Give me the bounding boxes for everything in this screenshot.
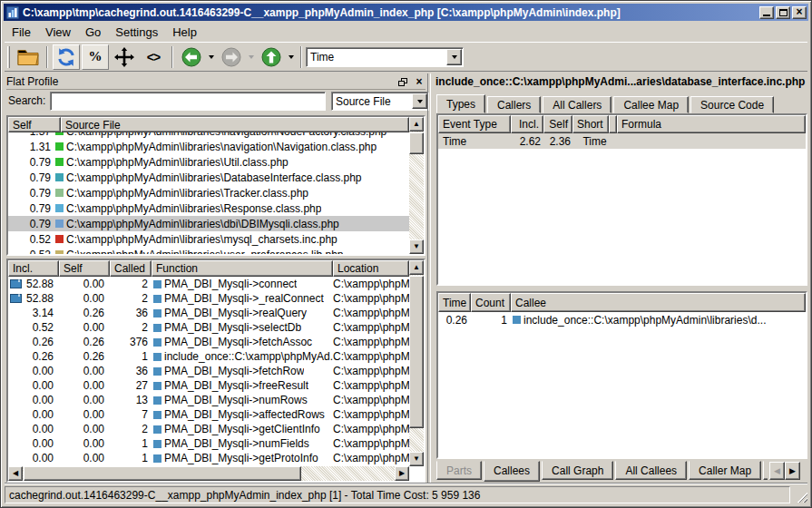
forward-dropdown-arrow[interactable] — [246, 44, 257, 70]
scrollbar-thumb[interactable] — [409, 276, 424, 428]
function-row[interactable]: 3.140.2636PMA_DBI_Mysqli->realQueryC:\xa… — [8, 306, 409, 320]
callee-row[interactable]: 0.26 1 include_once::C:\xampp\phpMyAdmin… — [438, 312, 806, 327]
menu-view[interactable]: View — [38, 23, 78, 42]
up-button[interactable] — [258, 44, 285, 70]
menu-settings[interactable]: Settings — [108, 23, 165, 42]
source-file-row[interactable]: 1.31C:\xampp\phpMyAdmin\libraries\naviga… — [8, 139, 409, 154]
column-header-self[interactable]: Self — [543, 115, 572, 133]
function-row[interactable]: 0.000.0027PMA_DBI_Mysqli->freeResultC:\x… — [8, 378, 409, 393]
panel-splitter[interactable] — [427, 73, 431, 484]
function-row[interactable]: 0.000.001PMA_DBI_Mysqli->numFieldsC:\xam… — [8, 436, 409, 451]
maximize-button[interactable] — [776, 6, 790, 19]
function-row[interactable]: 0.260.261include_once::C:\xampp\phpMyAd.… — [8, 349, 409, 364]
function-table-vscrollbar[interactable]: ▲ ▼ — [409, 260, 424, 466]
function-row[interactable]: 52.880.002PMA_DBI_Mysqli->connectC:\xamp… — [8, 277, 409, 291]
source-file-row[interactable]: 0.79C:\xampp\phpMyAdmin\libraries\Respon… — [8, 200, 409, 216]
column-header-incl[interactable]: Incl. — [511, 115, 543, 133]
column-header-self[interactable]: Self — [59, 260, 110, 277]
column-header-callee[interactable]: Callee — [511, 293, 806, 312]
close-button[interactable]: × — [792, 6, 807, 19]
open-file-button[interactable] — [15, 44, 42, 70]
tab-callers[interactable]: Callers — [487, 96, 541, 113]
resize-grip[interactable] — [795, 490, 807, 503]
source-file-row[interactable]: 0.79C:\xampp\phpMyAdmin\libraries\Databa… — [8, 170, 409, 185]
source-file-row[interactable]: 0.52C:\xampp\phpMyAdmin\libraries\mysql_… — [8, 231, 409, 247]
shorten-templates-button[interactable]: <> — [140, 44, 167, 70]
dock-float-button[interactable] — [396, 76, 409, 88]
source-file-row[interactable]: 0.52C:\xampp\phpMyAdmin\libraries\user_p… — [8, 247, 409, 254]
tab-types[interactable]: Types — [436, 94, 485, 113]
minimize-button[interactable] — [759, 6, 774, 19]
reload-button[interactable] — [53, 44, 80, 70]
function-row[interactable]: 0.000.007PMA_DBI_Mysqli->affectedRowsC:\… — [8, 407, 409, 422]
tab-scroll-left-button[interactable]: ◀ — [769, 462, 785, 480]
function-row[interactable]: 0.000.0013PMA_DBI_Mysqli->numRowsC:\xamp… — [8, 393, 409, 407]
scrollbar-thumb[interactable] — [24, 466, 301, 481]
function-table-hscrollbar[interactable]: ◀ ▶ — [8, 466, 409, 481]
forward-button[interactable] — [218, 44, 245, 70]
scroll-down-button[interactable]: ▼ — [409, 452, 424, 466]
function-row[interactable]: 0.520.002PMA_DBI_Mysqli->selectDbC:\xamp… — [8, 320, 409, 335]
relative-cost-button[interactable] — [111, 44, 138, 70]
menu-go[interactable]: Go — [78, 23, 108, 42]
menu-file[interactable]: File — [5, 23, 38, 42]
function-row[interactable]: 0.000.001PMA_DBI_Mysqli->getProtoInfoC:\… — [8, 451, 409, 465]
menu-help[interactable]: Help — [165, 23, 204, 42]
tab-machine[interactable]: Machine — [763, 461, 768, 480]
dock-close-button[interactable]: × — [413, 76, 426, 88]
tab-source-code[interactable]: Source Code — [690, 96, 774, 113]
function-row[interactable]: 52.880.002PMA_DBI_Mysqli->_realConnectC:… — [8, 291, 409, 306]
back-dropdown-arrow[interactable] — [206, 44, 217, 70]
scroll-left-button[interactable]: ◀ — [8, 466, 23, 481]
column-header-blank[interactable] — [609, 115, 617, 133]
function-row[interactable]: 0.000.002PMA_DBI_Mysqli->getClientInfoC:… — [8, 422, 409, 436]
column-header-called[interactable]: Called — [110, 260, 152, 277]
column-header-self[interactable]: Self — [8, 117, 61, 132]
scrollbar-thumb[interactable] — [409, 132, 424, 154]
combo-dropdown-button[interactable] — [446, 49, 462, 65]
toolbar-grip[interactable] — [7, 46, 10, 68]
combo-dropdown-button[interactable] — [412, 93, 427, 109]
source-file-row[interactable]: 0.79C:\xampp\phpMyAdmin\libraries\Tracke… — [8, 185, 409, 200]
up-dropdown-arrow[interactable] — [286, 44, 297, 70]
source-table-vscrollbar[interactable]: ▲ ▼ — [409, 117, 424, 254]
function-row[interactable]: 0.000.0036PMA_DBI_Mysqli->fetchRowC:\xam… — [8, 364, 409, 378]
scroll-down-button[interactable]: ▼ — [409, 239, 424, 254]
dock-titlebar[interactable]: Flat Profile × — [6, 74, 426, 90]
tab-parts[interactable]: Parts — [436, 461, 482, 480]
scroll-right-button[interactable]: ▶ — [395, 466, 409, 481]
callees-table-header: Time Count Callee — [438, 293, 806, 312]
source-file-row[interactable]: 0.79C:\xampp\phpMyAdmin\libraries\Util.c… — [8, 154, 409, 170]
column-header-source-file[interactable]: Source File — [61, 117, 409, 132]
scroll-up-button[interactable]: ▲ — [409, 260, 424, 275]
tab-callees[interactable]: Callees — [484, 461, 540, 482]
back-button[interactable] — [178, 44, 205, 70]
event-type-row[interactable]: Time 2.62 2.36 Time — [438, 133, 806, 149]
function-called-value: 27 — [110, 379, 152, 392]
column-header-location[interactable]: Location — [333, 260, 409, 277]
tab-call-graph[interactable]: Call Graph — [542, 461, 613, 480]
title-bar[interactable]: C:\xampp\tmp\cachegrind.out.1416463299-C… — [4, 4, 808, 21]
column-header-time[interactable]: Time — [438, 293, 471, 312]
column-header-incl[interactable]: Incl. — [8, 260, 59, 277]
tab-scroll-right-button[interactable]: ▶ — [785, 462, 800, 480]
column-header-short[interactable]: Short — [572, 115, 609, 133]
tab-caller-map[interactable]: Caller Map — [689, 461, 761, 480]
search-input[interactable] — [50, 92, 326, 111]
scroll-up-button[interactable]: ▲ — [409, 117, 424, 132]
column-header-event-type[interactable]: Event Type — [438, 115, 511, 133]
event-type-selector[interactable]: Time — [306, 47, 464, 67]
tab-all-callers[interactable]: All Callers — [543, 96, 611, 113]
function-location: C:\xampp\phpMy — [333, 336, 409, 348]
percent-toggle-button[interactable]: % — [82, 44, 109, 70]
column-header-formula[interactable]: Formula — [617, 115, 806, 133]
tab-all-callees[interactable]: All Callees — [615, 461, 687, 480]
function-row[interactable]: 0.260.26376PMA_DBI_Mysqli->fetchAssocC:\… — [8, 335, 409, 349]
source-file-row[interactable]: 1.37C:\xampp\phpMyAdmin\libraries\naviga… — [8, 132, 409, 139]
column-header-function[interactable]: Function — [152, 260, 333, 277]
grouping-selector[interactable]: Source File — [331, 92, 429, 111]
source-file-row[interactable]: 0.79C:\xampp\phpMyAdmin\libraries\dbi\DB… — [8, 216, 409, 231]
tab-callee-map[interactable]: Callee Map — [613, 96, 689, 113]
function-called-value: 2 — [110, 321, 152, 334]
column-header-count[interactable]: Count — [471, 293, 511, 312]
